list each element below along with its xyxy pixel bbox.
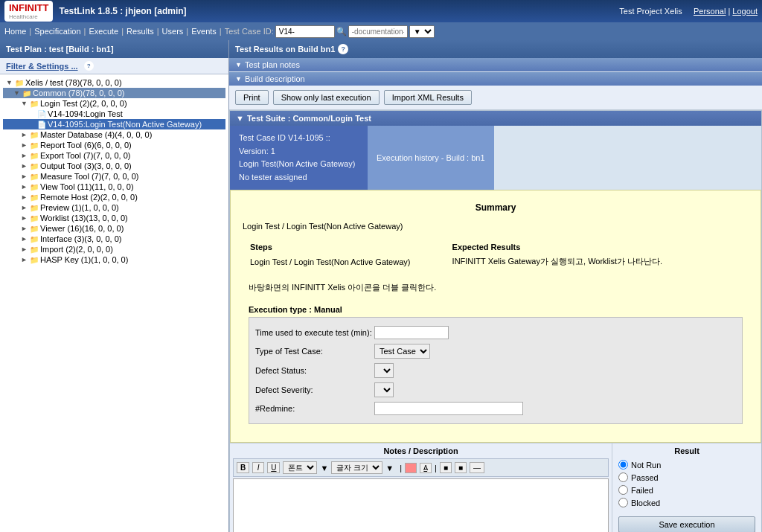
color-button[interactable]	[405, 463, 417, 473]
nav-home[interactable]: Home	[4, 27, 26, 36]
folder-icon: 📁	[30, 141, 39, 150]
font-size-dropdown-icon: ▼	[385, 464, 394, 472]
expand-icon: ►	[21, 162, 28, 170]
font-size-select[interactable]: 글자 크기	[331, 461, 382, 474]
nav-users[interactable]: Users	[162, 27, 184, 36]
tree-item-preview[interactable]: ► 📁 Preview (1)(1, 0, 0, 0)	[3, 202, 225, 213]
font-select[interactable]: 폰트	[283, 461, 317, 474]
nav-results[interactable]: Results	[127, 27, 154, 36]
passed-label: Passed	[631, 473, 659, 482]
expand-icon: ▼	[13, 89, 21, 97]
redmine-input[interactable]	[374, 402, 523, 415]
defect-status-select[interactable]	[374, 363, 394, 378]
time-input[interactable]	[374, 326, 449, 339]
table-row: Login Test / Login Test(Non Active Gatew…	[244, 254, 747, 269]
tree-area[interactable]: ▼ 📁 Xelis / test (78)(78, 0, 0, 0) ▼ 📁 C…	[0, 74, 228, 532]
execution-history: Execution history - Build : bn1	[368, 126, 494, 190]
left-panel-title: Test Plan : test [Build : bn1]	[0, 40, 228, 58]
tree-item-import[interactable]: ► 📁 Import (2)(2, 0, 0, 0)	[3, 244, 225, 254]
folder-icon: 📁	[30, 183, 39, 191]
align-center-button[interactable]: ■	[440, 462, 452, 473]
test-case-id-version: Test Case ID V14-1095 :: Version: 1	[239, 132, 359, 158]
form-row-defect-status: Defect Status:	[255, 361, 736, 380]
tree-item-view-tool[interactable]: ► 📁 View Tool (11)(11, 0, 0, 0)	[3, 182, 225, 192]
tree-label: Viewer (16)(16, 0, 0, 0)	[40, 224, 124, 233]
nav-specification[interactable]: Specification	[34, 27, 80, 36]
align-right-button[interactable]: ■	[455, 462, 467, 473]
not-run-radio[interactable]	[618, 460, 628, 469]
steps-header: Steps	[244, 241, 445, 253]
execution-history-label: Execution history - Build : bn1	[377, 153, 485, 162]
show-last-execution-button[interactable]: Show only last execution	[273, 90, 380, 105]
nav-execute[interactable]: Execute	[89, 27, 118, 36]
blocked-label: Blocked	[631, 499, 660, 507]
help-icon: ?	[338, 44, 348, 54]
folder-icon: 📁	[30, 173, 39, 181]
import-xml-button[interactable]: Import XML Results	[384, 90, 472, 105]
tree-label: V14-1095:Login Test(Non Active Gateway)	[48, 120, 202, 129]
expand-icon: ►	[21, 131, 28, 138]
filter-label[interactable]: Filter & Settings ...	[6, 62, 78, 71]
tree-item-export-tool[interactable]: ► 📁 Export Tool (7)(7, 0, 0, 0)	[3, 150, 225, 161]
tree-item-viewer[interactable]: ► 📁 Viewer (16)(16, 0, 0, 0)	[3, 223, 225, 234]
bg-color-button[interactable]: A̲	[420, 463, 432, 473]
nav-events[interactable]: Events	[191, 27, 217, 36]
failed-option[interactable]: Failed	[618, 485, 755, 495]
tree-item-measure-tool[interactable]: ► 📁 Measure Tool (7)(7, 0, 0, 0)	[3, 171, 225, 182]
hr-button[interactable]: —	[470, 462, 484, 473]
form-row-time: Time used to execute test (min):	[255, 324, 736, 342]
folder-icon: 📁	[30, 204, 39, 212]
print-button[interactable]: Print	[235, 90, 269, 105]
doc-select[interactable]: ▼	[409, 25, 435, 38]
tree-item-login-test[interactable]: ▼ 📁 Login Test (2)(2, 0, 0, 0)	[3, 98, 225, 109]
folder-icon: 📁	[30, 100, 39, 108]
test-plan-notes-header[interactable]: ▼ Test plan notes	[229, 58, 762, 71]
tree-label: Report Tool (6)(6, 0, 0, 0)	[40, 141, 132, 150]
failed-radio[interactable]	[618, 485, 628, 495]
type-select[interactable]: Test Case	[374, 344, 430, 359]
test-case-id-input[interactable]	[275, 25, 335, 38]
not-run-option[interactable]: Not Run	[618, 460, 755, 469]
defect-severity-select[interactable]	[374, 382, 394, 397]
tree-item-master-db[interactable]: ► 📁 Master Database (4)(4, 0, 0, 0)	[3, 129, 225, 140]
search-icon[interactable]: 🔍	[336, 27, 347, 36]
header: INFINITT Healthcare TestLink 1.8.5 : jhj…	[0, 0, 762, 22]
italic-button[interactable]: I	[252, 462, 264, 473]
passed-option[interactable]: Passed	[618, 472, 755, 482]
file-icon: 📄	[37, 121, 46, 129]
form-row-redmine: #Redmine:	[255, 400, 736, 417]
arrow-icon: ▼	[235, 75, 242, 83]
folder-icon: 📁	[30, 235, 39, 243]
time-label: Time used to execute test (min):	[255, 328, 374, 337]
bold-button[interactable]: B	[237, 462, 249, 473]
tree-item-output-tool[interactable]: ► 📁 Output Tool (3)(3, 0, 0, 0)	[3, 161, 225, 171]
tree-item-report-tool[interactable]: ► 📁 Report Tool (6)(6, 0, 0, 0)	[3, 140, 225, 150]
project-name: Xelis	[665, 7, 682, 16]
failed-label: Failed	[631, 486, 653, 495]
expand-icon: ▼	[21, 100, 28, 107]
personal-link[interactable]: Personal	[694, 7, 726, 16]
main-container: Test Plan : test [Build : bn1] Filter & …	[0, 40, 762, 532]
notes-content[interactable]	[233, 478, 609, 532]
tree-item-v14-1094[interactable]: 📄 V14-1094:Login Test	[3, 109, 225, 119]
save-execution-button[interactable]: Save execution	[618, 516, 755, 532]
build-description-header[interactable]: ▼ Build description	[229, 72, 762, 86]
folder-icon: 📁	[30, 152, 39, 160]
blocked-radio[interactable]	[618, 498, 628, 507]
tree-item-worklist[interactable]: ► 📁 Worklist (13)(13, 0, 0, 0)	[3, 213, 225, 223]
expand-icon: ►	[21, 173, 28, 180]
tree-item-v14-1095[interactable]: 📄 V14-1095:Login Test(Non Active Gateway…	[3, 119, 225, 129]
button-bar: Print Show only last execution Import XM…	[229, 86, 762, 110]
underline-button[interactable]: U	[267, 462, 280, 473]
tree-item-hasp-key[interactable]: ► 📁 HASP Key (1)(1, 0, 0, 0)	[3, 254, 225, 265]
expand-icon: ►	[21, 141, 28, 149]
build-description-label: Build description	[245, 74, 305, 83]
tree-item-common[interactable]: ▼ 📁 Common (78)(78, 0, 0, 0)	[3, 88, 225, 98]
doc-search-input[interactable]	[348, 25, 408, 38]
tree-item-interface[interactable]: ► 📁 Interface (3)(3, 0, 0, 0)	[3, 234, 225, 244]
passed-radio[interactable]	[618, 472, 628, 482]
tree-item-remote-host[interactable]: ► 📁 Remote Host (2)(2, 0, 0, 0)	[3, 192, 225, 202]
logout-link[interactable]: Logout	[732, 7, 758, 16]
blocked-option[interactable]: Blocked	[618, 498, 755, 507]
tree-item-root[interactable]: ▼ 📁 Xelis / test (78)(78, 0, 0, 0)	[3, 77, 225, 88]
